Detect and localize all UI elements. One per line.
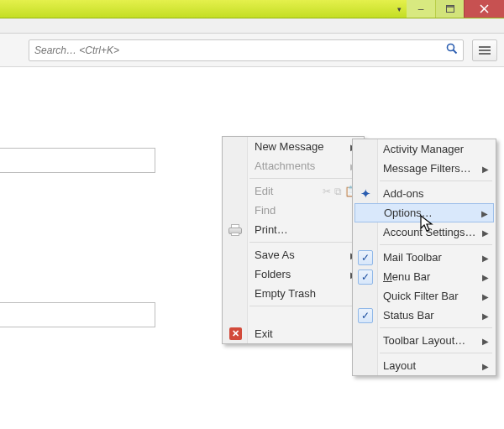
- menu-item-account-settings[interactable]: Account Settings… ▶: [353, 222, 496, 242]
- menu-item-menu-bar[interactable]: ✓ Menu Bar ▶: [353, 267, 496, 286]
- menu-label: Layout: [383, 359, 416, 372]
- menu-separator: [380, 327, 492, 328]
- check-icon: ✓: [358, 269, 373, 285]
- menu-label: Print…: [255, 223, 288, 236]
- menu-label: Exit: [255, 327, 273, 340]
- menu-label: Attachments: [255, 160, 315, 172]
- placeholder-box: [0, 148, 155, 173]
- menu-label: Message Filters…: [383, 162, 471, 175]
- check-icon: ✓: [358, 308, 373, 323]
- menu-label: Account Settings…: [383, 226, 476, 238]
- menu-separator: [380, 353, 492, 353]
- menu-separator: [249, 242, 360, 243]
- menu-label: New Message: [255, 140, 323, 153]
- submenu-arrow-icon: ▶: [482, 272, 489, 281]
- submenu-arrow-icon: ▶: [482, 164, 489, 173]
- menu-label: Empty Trash: [255, 287, 316, 300]
- menu-item-message-filters[interactable]: Message Filters… ▶: [353, 159, 496, 178]
- minimize-button[interactable]: –: [407, 0, 435, 18]
- submenu-arrow-icon: ▶: [482, 336, 489, 345]
- menu-item-print[interactable]: Print…: [223, 220, 364, 239]
- submenu-arrow-icon: ▶: [481, 208, 488, 217]
- menu-item-addons[interactable]: ✦ Add-ons: [353, 184, 496, 203]
- submenu-arrow-icon: ▶: [482, 291, 489, 301]
- submenu-arrow-icon: ▶: [482, 361, 489, 370]
- check-icon: ✓: [358, 250, 373, 265]
- maximize-button[interactable]: [435, 0, 464, 18]
- menu-item-empty-trash[interactable]: Empty Trash: [223, 284, 364, 303]
- titlebar-dropdown[interactable]: ▾: [392, 0, 407, 18]
- exit-icon: ✕: [229, 327, 242, 340]
- printer-icon: [228, 224, 242, 236]
- window-titlebar: ▾ –: [0, 0, 504, 18]
- menu-item-layout[interactable]: Layout ▶: [353, 356, 496, 375]
- submenu-arrow-icon: ▶: [482, 253, 489, 262]
- menu-label: Save As: [255, 249, 295, 261]
- menu-item-save-as[interactable]: Save As ▶: [223, 245, 364, 264]
- menu-label: Status Bar: [383, 309, 434, 322]
- app-menu-button[interactable]: [472, 39, 497, 61]
- menu-label: Quick Filter Bar: [383, 290, 459, 302]
- menu-separator: [380, 244, 492, 245]
- menu-item-attachments: Attachments ▶: [223, 156, 364, 175]
- content-area: New Message ▶ Attachments ▶ Edit ✂ ⧉ 📋 F…: [0, 67, 504, 429]
- menu-item-status-bar[interactable]: ✓ Status Bar ▶: [353, 306, 496, 325]
- addons-icon: ✦: [360, 186, 371, 201]
- menu-item-exit[interactable]: ✕ Exit: [223, 324, 364, 343]
- close-button[interactable]: [464, 0, 504, 18]
- submenu-arrow-icon: ▶: [482, 311, 489, 320]
- menu-item-activity-manager[interactable]: Activity Manager: [353, 139, 496, 159]
- menu-separator: [249, 306, 360, 306]
- menu-item-toolbar-layout[interactable]: Toolbar Layout… ▶: [353, 331, 496, 350]
- menu-label: Mail Toolbar: [383, 251, 442, 264]
- submenu-arrow-icon: ▶: [482, 228, 489, 237]
- svg-point-4: [448, 44, 454, 51]
- tabstrip-area: [0, 18, 504, 34]
- menu-label: Add-ons: [383, 187, 423, 200]
- search-input[interactable]: [34, 44, 446, 56]
- menu-label: Activity Manager: [383, 143, 464, 155]
- svg-line-5: [454, 50, 457, 54]
- search-icon[interactable]: [446, 43, 458, 57]
- menu-item-find: Find: [223, 201, 364, 220]
- menu-label: Menu Bar: [383, 270, 430, 283]
- hamburger-icon: [479, 50, 491, 51]
- menu-label: Toolbar Layout…: [383, 334, 465, 347]
- menu-item-options[interactable]: Options… ▶: [354, 203, 494, 222]
- main-toolbar: [0, 34, 504, 67]
- close-icon: [480, 4, 489, 13]
- menu-label: Folders: [255, 268, 291, 280]
- menu-item-mail-toolbar[interactable]: ✓ Mail Toolbar ▶: [353, 248, 496, 267]
- menu-label: Edit: [255, 185, 273, 197]
- menu-label: Options…: [384, 207, 433, 219]
- search-box[interactable]: [29, 39, 464, 61]
- menu-separator: [249, 178, 360, 179]
- menu-label: Find: [255, 204, 276, 217]
- app-menu: New Message ▶ Attachments ▶ Edit ✂ ⧉ 📋 F…: [222, 136, 365, 344]
- menu-item-quick-filter-bar[interactable]: Quick Filter Bar ▶: [353, 286, 496, 306]
- menu-separator: [380, 180, 492, 181]
- placeholder-box: [0, 302, 155, 327]
- maximize-icon: [446, 5, 454, 13]
- menu-item-edit: Edit ✂ ⧉ 📋: [223, 181, 364, 201]
- options-submenu: Activity Manager Message Filters… ▶ ✦ Ad…: [352, 139, 496, 376]
- menu-item-folders[interactable]: Folders ▶: [223, 264, 364, 284]
- menu-item-new-message[interactable]: New Message ▶: [223, 137, 364, 156]
